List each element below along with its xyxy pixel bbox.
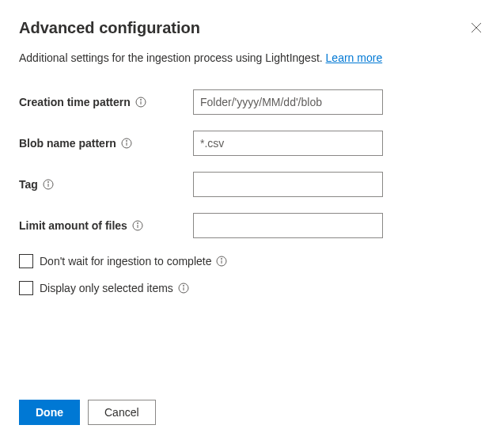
tag-label: Tag [19, 178, 193, 191]
done-button[interactable]: Done [19, 400, 80, 425]
svg-point-4 [140, 100, 141, 101]
blob-name-row: Blob name pattern [19, 131, 485, 156]
display-selected-label-text: Display only selected items [40, 282, 173, 294]
dialog-footer: Done Cancel [19, 400, 156, 425]
close-button[interactable] [468, 19, 485, 39]
dont-wait-label: Don't wait for ingestion to complete [40, 255, 227, 268]
display-selected-row: Display only selected items [19, 281, 485, 295]
creation-time-input[interactable] [193, 89, 383, 115]
tag-row: Tag [19, 172, 485, 197]
description-text: Additional settings for the ingestion pr… [19, 51, 326, 64]
info-icon[interactable] [135, 97, 146, 108]
dialog-title: Advanced configuration [19, 19, 200, 37]
blob-name-label-text: Blob name pattern [19, 137, 116, 150]
creation-time-row: Creation time pattern [19, 89, 485, 115]
limit-files-label-text: Limit amount of files [19, 219, 127, 232]
svg-point-10 [47, 182, 48, 183]
info-icon[interactable] [121, 138, 132, 149]
learn-more-link[interactable]: Learn more [326, 51, 383, 64]
blob-name-input[interactable] [193, 131, 383, 156]
display-selected-checkbox[interactable] [19, 281, 33, 295]
info-icon[interactable] [178, 283, 189, 294]
svg-point-13 [137, 223, 138, 224]
info-icon[interactable] [43, 179, 54, 190]
limit-files-label: Limit amount of files [19, 219, 193, 232]
info-icon[interactable] [216, 256, 227, 267]
creation-time-label-text: Creation time pattern [19, 96, 131, 108]
checkbox-area: Don't wait for ingestion to complete Dis… [19, 254, 485, 295]
svg-point-19 [183, 286, 184, 287]
dont-wait-label-text: Don't wait for ingestion to complete [40, 255, 211, 268]
dialog-header: Advanced configuration [19, 19, 485, 39]
display-selected-label: Display only selected items [40, 282, 189, 294]
dialog-description: Additional settings for the ingestion pr… [19, 51, 485, 64]
form-area: Creation time pattern Blob name pattern … [19, 89, 485, 238]
svg-point-7 [126, 141, 127, 142]
dont-wait-row: Don't wait for ingestion to complete [19, 254, 485, 268]
tag-input[interactable] [193, 172, 383, 197]
limit-files-row: Limit amount of files [19, 213, 485, 238]
dont-wait-checkbox[interactable] [19, 254, 33, 268]
svg-point-16 [222, 259, 222, 260]
tag-label-text: Tag [19, 178, 38, 191]
cancel-button[interactable]: Cancel [88, 400, 156, 425]
blob-name-label: Blob name pattern [19, 137, 193, 150]
limit-files-input[interactable] [193, 213, 383, 238]
close-icon [471, 22, 482, 36]
info-icon[interactable] [132, 220, 143, 231]
creation-time-label: Creation time pattern [19, 96, 193, 108]
